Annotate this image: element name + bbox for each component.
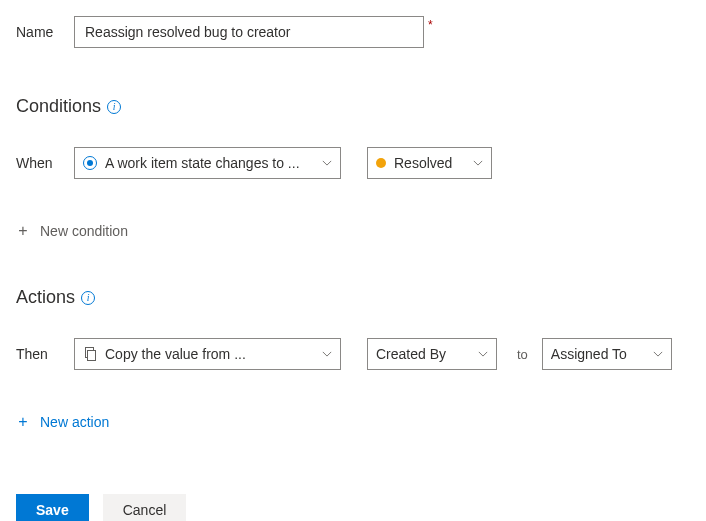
chevron-down-icon	[314, 349, 332, 359]
required-indicator: *	[428, 18, 433, 32]
new-action-button[interactable]: + New action	[16, 414, 109, 430]
radio-selected-icon	[83, 156, 97, 170]
chevron-down-icon	[465, 158, 483, 168]
trigger-dropdown[interactable]: A work item state changes to ...	[74, 147, 341, 179]
then-row: Then Copy the value from ... Created By …	[16, 338, 690, 370]
actions-header: Actions i	[16, 287, 690, 308]
footer: Save Cancel	[16, 494, 690, 521]
state-color-dot	[376, 158, 386, 168]
then-label: Then	[16, 346, 74, 362]
new-condition-button[interactable]: + New condition	[16, 223, 128, 239]
name-input[interactable]	[74, 16, 424, 48]
to-field-dropdown[interactable]: Assigned To	[542, 338, 672, 370]
chevron-down-icon	[470, 349, 488, 359]
name-label: Name	[16, 24, 74, 40]
actions-title: Actions	[16, 287, 75, 308]
copy-icon	[83, 347, 97, 361]
state-text: Resolved	[394, 155, 465, 171]
when-row: When A work item state changes to ... Re…	[16, 147, 690, 179]
name-row: Name *	[16, 16, 690, 48]
when-label: When	[16, 155, 74, 171]
svg-rect-1	[88, 351, 96, 361]
from-field-dropdown[interactable]: Created By	[367, 338, 497, 370]
new-action-label: New action	[40, 414, 109, 430]
chevron-down-icon	[645, 349, 663, 359]
action-text: Copy the value from ...	[105, 346, 314, 362]
trigger-text: A work item state changes to ...	[105, 155, 314, 171]
state-dropdown[interactable]: Resolved	[367, 147, 492, 179]
save-button[interactable]: Save	[16, 494, 89, 521]
chevron-down-icon	[314, 158, 332, 168]
action-dropdown[interactable]: Copy the value from ...	[74, 338, 341, 370]
info-icon[interactable]: i	[107, 100, 121, 114]
info-icon[interactable]: i	[81, 291, 95, 305]
from-field-text: Created By	[376, 346, 470, 362]
conditions-title: Conditions	[16, 96, 101, 117]
cancel-button[interactable]: Cancel	[103, 494, 187, 521]
plus-icon: +	[16, 224, 30, 238]
to-label: to	[517, 347, 528, 362]
conditions-header: Conditions i	[16, 96, 690, 117]
new-condition-label: New condition	[40, 223, 128, 239]
to-field-text: Assigned To	[551, 346, 645, 362]
plus-icon: +	[16, 415, 30, 429]
